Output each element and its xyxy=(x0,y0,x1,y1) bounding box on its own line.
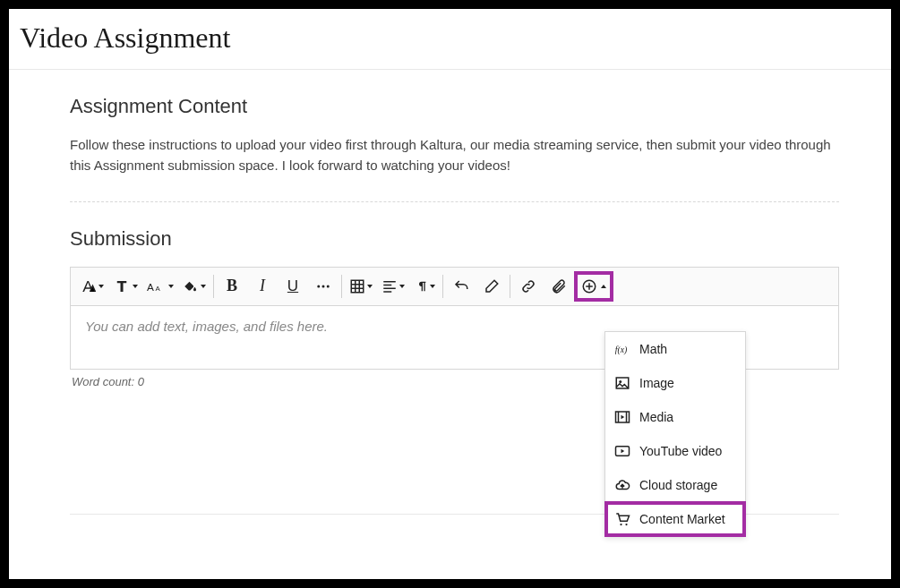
menu-item-label: Cloud storage xyxy=(639,478,717,492)
highlight-color-button[interactable] xyxy=(178,271,210,302)
link-icon xyxy=(520,278,536,294)
menu-item-cloud[interactable]: Cloud storage xyxy=(605,468,745,502)
clear-format-button[interactable] xyxy=(476,271,507,302)
cloud-icon xyxy=(614,477,630,493)
submission-heading: Submission xyxy=(70,227,839,251)
toolbar-separator xyxy=(510,275,510,298)
font-size-icon: AA xyxy=(147,278,167,294)
chevron-down-icon xyxy=(399,285,405,288)
chevron-down-icon xyxy=(367,285,373,288)
menu-item-youtube[interactable]: YouTube video xyxy=(605,434,745,468)
section-divider xyxy=(70,201,839,202)
toolbar-separator xyxy=(213,275,214,298)
svg-text:A: A xyxy=(155,284,160,292)
editor-toolbar: AA B I U xyxy=(71,268,838,306)
content-area: Assignment Content Follow these instruct… xyxy=(9,70,891,515)
ellipsis-icon xyxy=(315,278,331,294)
menu-item-label: YouTube video xyxy=(639,444,722,458)
cart-icon xyxy=(614,511,630,527)
assignment-content-heading: Assignment Content xyxy=(70,95,839,118)
plus-circle-icon xyxy=(581,278,597,294)
menu-item-media[interactable]: Media xyxy=(605,400,745,434)
paragraph-button[interactable] xyxy=(409,271,440,302)
image-icon xyxy=(614,375,630,391)
font-family-icon xyxy=(113,278,131,294)
align-icon xyxy=(381,278,398,294)
svg-point-19 xyxy=(619,380,621,383)
font-family-button[interactable] xyxy=(108,271,142,302)
page-container: Video Assignment Assignment Content Foll… xyxy=(9,9,891,579)
menu-item-label: Image xyxy=(639,376,674,390)
undo-button[interactable] xyxy=(446,271,476,302)
text-style-icon xyxy=(81,278,97,294)
chevron-down-icon xyxy=(201,285,206,288)
svg-point-2 xyxy=(317,285,320,287)
text-style-button[interactable] xyxy=(76,271,108,302)
menu-item-label: Media xyxy=(639,410,673,424)
undo-icon xyxy=(453,278,469,294)
italic-button[interactable]: I xyxy=(247,271,278,302)
more-formatting-button[interactable] xyxy=(308,271,339,302)
toolbar-separator xyxy=(341,275,342,298)
alignment-button[interactable] xyxy=(377,271,409,302)
chevron-down-icon xyxy=(168,285,174,288)
font-size-button[interactable]: AA xyxy=(142,271,178,302)
menu-item-label: Content Market xyxy=(639,512,725,526)
paint-bucket-icon xyxy=(183,278,199,294)
math-icon: f(x) xyxy=(614,341,630,357)
chevron-down-icon xyxy=(99,285,104,288)
pilcrow-icon xyxy=(414,278,428,294)
svg-point-4 xyxy=(327,285,330,287)
assignment-instructions: Follow these instructions to upload your… xyxy=(70,134,839,176)
svg-text:f(x): f(x) xyxy=(615,345,628,355)
youtube-icon xyxy=(614,443,630,459)
bold-icon: B xyxy=(227,277,237,295)
table-button[interactable] xyxy=(345,271,377,302)
media-icon xyxy=(614,409,630,425)
menu-item-image[interactable]: Image xyxy=(605,366,745,400)
svg-point-25 xyxy=(625,524,627,525)
svg-rect-5 xyxy=(351,280,364,293)
attachment-button[interactable] xyxy=(544,271,574,302)
add-content-button[interactable] xyxy=(574,271,613,302)
chevron-down-icon xyxy=(133,285,138,288)
underline-button[interactable]: U xyxy=(278,271,308,302)
menu-item-label: Math xyxy=(639,342,667,356)
svg-point-3 xyxy=(322,285,325,287)
toolbar-separator xyxy=(442,275,443,298)
italic-icon: I xyxy=(260,277,265,295)
menu-item-content-market[interactable]: Content Market xyxy=(604,501,746,537)
menu-item-math[interactable]: f(x) Math xyxy=(605,332,745,366)
chevron-up-icon xyxy=(601,285,606,288)
link-button[interactable] xyxy=(513,271,544,302)
editor-placeholder: You can add text, images, and files here… xyxy=(85,319,328,334)
svg-text:A: A xyxy=(147,280,154,292)
add-content-menu: f(x) Math Image Media YouTube video Clou… xyxy=(604,331,746,537)
eraser-icon xyxy=(484,278,500,294)
bold-button[interactable]: B xyxy=(217,271,247,302)
svg-point-24 xyxy=(620,524,621,525)
underline-icon: U xyxy=(287,277,298,295)
table-icon xyxy=(349,278,365,294)
paperclip-icon xyxy=(551,278,567,294)
page-title: Video Assignment xyxy=(9,9,891,70)
chevron-down-icon xyxy=(430,285,435,288)
